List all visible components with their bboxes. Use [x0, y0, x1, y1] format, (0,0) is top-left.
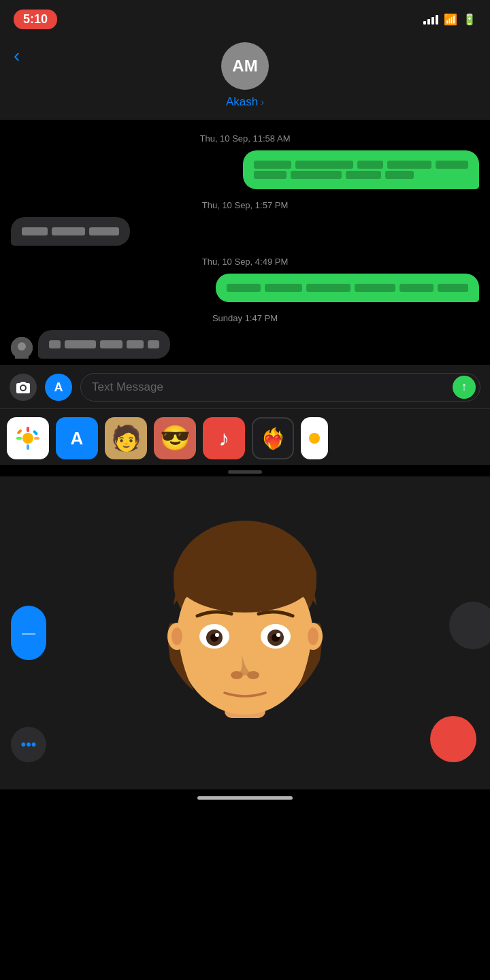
message-row-1	[11, 150, 479, 189]
bubble-sent-2[interactable]	[216, 274, 479, 302]
svg-point-4	[22, 433, 33, 444]
message-input[interactable]: Text Message ↑	[80, 373, 480, 402]
redacted-content	[227, 284, 468, 292]
svg-point-25	[231, 671, 243, 679]
sidebar-left: —	[11, 606, 46, 660]
message-row-2	[11, 217, 479, 246]
more-button[interactable]: •••	[11, 727, 46, 762]
tray-photos[interactable]	[7, 417, 49, 459]
drag-indicator	[228, 470, 262, 474]
signal-icon	[423, 14, 438, 24]
svg-rect-7	[16, 437, 22, 440]
svg-point-2	[18, 342, 26, 350]
mini-avatar	[11, 337, 33, 359]
svg-point-21	[215, 633, 219, 637]
more-dots-icon: •••	[20, 736, 36, 753]
tray-memoji1[interactable]: 🧑	[105, 417, 147, 459]
timestamp-2: Thu, 10 Sep, 1:57 PM	[11, 200, 479, 210]
status-time: 5:10	[14, 10, 57, 29]
nav-header: ‹ AM Akash ›	[0, 35, 490, 120]
send-button[interactable]: ↑	[453, 376, 476, 399]
back-button[interactable]: ‹	[14, 45, 20, 67]
memoji-face	[143, 517, 347, 749]
bubble-sent-1[interactable]	[243, 150, 479, 189]
camera-button[interactable]	[10, 374, 37, 401]
status-icons: 📶 🔋	[423, 13, 476, 26]
tray-appstore[interactable]: A	[56, 417, 98, 459]
shadow-circle	[449, 602, 490, 649]
redacted-content	[254, 171, 468, 179]
send-arrow-icon: ↑	[461, 380, 468, 394]
svg-rect-6	[27, 444, 29, 450]
tray-photos2[interactable]	[301, 417, 328, 459]
contact-chevron: ›	[261, 97, 264, 108]
status-bar: 5:10 📶 🔋	[0, 0, 490, 35]
home-bar	[197, 796, 293, 800]
message-row-3	[11, 274, 479, 302]
contact-avatar[interactable]: AM	[221, 42, 269, 90]
svg-point-30	[308, 627, 318, 645]
svg-point-29	[172, 627, 182, 645]
timestamp-1: Thu, 10 Sep, 11:58 AM	[11, 133, 479, 144]
bubble-received-2[interactable]	[38, 330, 170, 359]
svg-point-12	[309, 433, 320, 444]
redacted-content	[49, 340, 159, 348]
redacted-content	[22, 227, 119, 235]
app-tray: A 🧑 😎 ♪ ❤️‍🔥	[0, 408, 490, 465]
tray-fitness[interactable]: ❤️‍🔥	[252, 417, 294, 459]
bubble-received-1[interactable]	[11, 217, 130, 246]
svg-rect-1	[15, 350, 29, 359]
redacted-content	[254, 161, 468, 169]
input-bar: A Text Message ↑	[0, 365, 490, 408]
timestamp-4: Sunday 1:47 PM	[11, 313, 479, 323]
svg-rect-5	[27, 427, 29, 432]
contact-name[interactable]: Akash ›	[226, 95, 264, 109]
appstore-button[interactable]: A	[45, 374, 72, 401]
message-row-4	[11, 330, 479, 359]
received-wrapper	[11, 217, 194, 246]
memoji-panel: —	[0, 476, 490, 789]
received-wrapper-2	[11, 330, 231, 359]
sidebar-pill-top[interactable]: —	[11, 606, 46, 660]
wifi-icon: 📶	[444, 13, 457, 26]
record-button[interactable]	[430, 716, 476, 762]
battery-icon: 🔋	[463, 13, 476, 26]
svg-point-24	[276, 633, 280, 637]
messages-area: Thu, 10 Sep, 11:58 AM Thu, 10 Sep, 1:57 …	[0, 120, 490, 365]
svg-point-26	[247, 671, 259, 679]
tray-memoji2[interactable]: 😎	[154, 417, 196, 459]
timestamp-3: Thu, 10 Sep, 4:49 PM	[11, 257, 479, 267]
home-indicator	[0, 789, 490, 806]
svg-rect-8	[34, 437, 39, 440]
tray-music[interactable]: ♪	[203, 417, 245, 459]
input-placeholder: Text Message	[92, 380, 163, 394]
